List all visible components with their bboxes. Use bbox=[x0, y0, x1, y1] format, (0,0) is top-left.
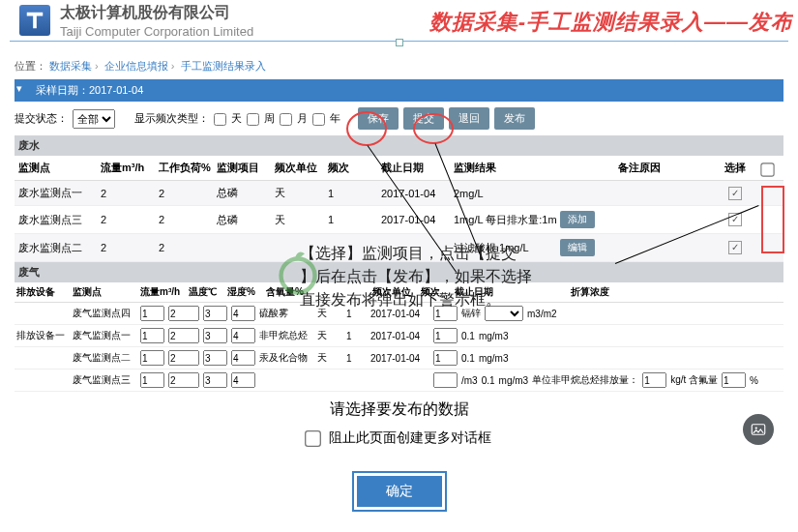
freq-month-checkbox[interactable] bbox=[280, 113, 292, 126]
row-select-checkbox[interactable]: ✓ bbox=[728, 241, 742, 254]
suppress-dialog-checkbox[interactable] bbox=[305, 430, 321, 447]
company-logo-icon bbox=[19, 5, 50, 36]
breadcrumb: 位置： 数据采集› 企业信息填报› 手工监测结果录入 bbox=[15, 51, 783, 79]
wastewater-header: 监测点流量m³/h工作负荷% 监测项目频次单位频次 截止日期监测结果备注原因选择 bbox=[15, 156, 783, 181]
crumb-data-collect[interactable]: 数据采集 bbox=[49, 60, 92, 72]
row-select-checkbox[interactable]: ✓ bbox=[728, 187, 742, 200]
submit-button[interactable]: 提交 bbox=[403, 107, 444, 130]
back-button[interactable]: 退回 bbox=[449, 107, 489, 130]
toolbar: 提交状态： 全部 显示频次类型： 天 周 月 年 保存 提交 退回 发布 bbox=[15, 102, 783, 135]
confirm-button[interactable]: 确定 bbox=[357, 476, 442, 507]
row-action-button[interactable]: 编辑 bbox=[560, 239, 595, 256]
gas-row: 废气监测点三/m30.1mg/m3单位非甲烷总烃排放量：kg/t 含氟量% bbox=[15, 369, 783, 392]
gas-row: 排放设备一废气监测点一非甲烷总烃天12017-01-040.1mg/m3 bbox=[15, 325, 783, 347]
freq-day-checkbox[interactable] bbox=[214, 113, 226, 126]
wastewater-row: 废水监测点三22总磷天12017-01-041mg/L 每日排水量:1m3/d添… bbox=[15, 206, 783, 234]
dialog-title: 请选择要发布的数据 bbox=[15, 399, 783, 420]
page-title: 数据采集-手工监测结果录入——发布 bbox=[429, 8, 793, 37]
wastewater-row: 废水监测点一22总磷天12017-01-042mg/L✓ bbox=[15, 181, 783, 206]
crumb-company-info[interactable]: 企业信息填报 bbox=[104, 60, 168, 72]
svg-point-2 bbox=[755, 427, 757, 429]
resize-handle-top[interactable] bbox=[396, 39, 403, 46]
submit-state-select[interactable]: 全部 bbox=[73, 109, 115, 129]
row-action-button[interactable]: 添加 bbox=[560, 211, 595, 228]
right-side-checkbox[interactable] bbox=[761, 163, 774, 178]
fab-image-icon[interactable] bbox=[743, 414, 774, 445]
freq-year-checkbox[interactable] bbox=[312, 113, 325, 126]
company-name-en: Taiji Computer Corporation Limited bbox=[60, 24, 253, 39]
save-button[interactable]: 保存 bbox=[358, 107, 399, 130]
sample-date-band: ▾ 采样日期：2017-01-04 bbox=[15, 79, 783, 102]
display-type-label: 显示频次类型： bbox=[134, 111, 209, 126]
crumb-manual-entry[interactable]: 手工监测结果录入 bbox=[181, 60, 266, 72]
gas-row: 废气监测点二汞及化合物天12017-01-040.1mg/m3 bbox=[15, 347, 783, 369]
company-name-cn: 太极计算机股份有限公司 bbox=[60, 3, 253, 23]
suppress-dialog-label: 阻止此页面创建更多对话框 bbox=[329, 429, 491, 445]
section-wastewater: 废水 bbox=[15, 135, 783, 156]
collapse-arrow-icon[interactable]: ▾ bbox=[16, 82, 22, 95]
submit-state-label: 提交状态： bbox=[15, 111, 68, 126]
publish-button[interactable]: 发布 bbox=[494, 107, 535, 130]
freq-week-checkbox[interactable] bbox=[247, 113, 259, 126]
annotation-text: 【选择】监测项目，点击【提交 】后在点击【发布】，如果不选择 直接发布将弹出如下… bbox=[300, 242, 532, 311]
